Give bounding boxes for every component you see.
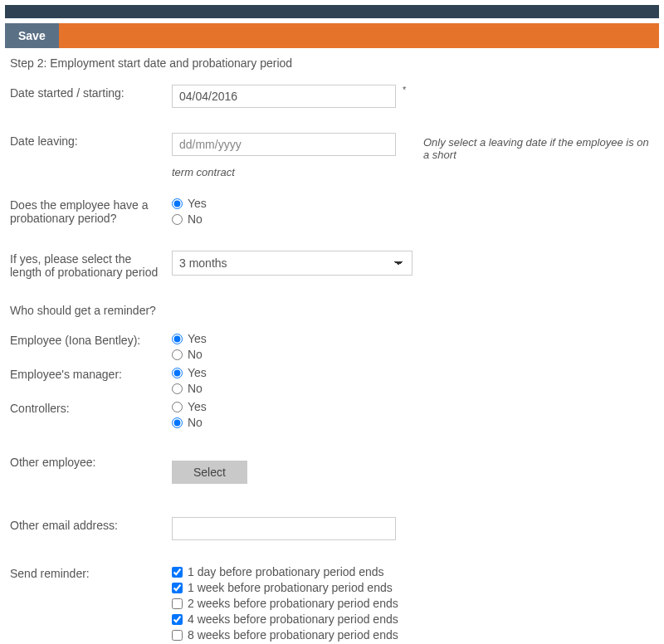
row-date-leaving: Date leaving: Only select a leaving date… [10, 133, 654, 161]
row-other-employee: Other employee: Select [10, 454, 654, 484]
row-date-started: Date started / starting: * [10, 85, 654, 108]
row-reminder-manager: Employee's manager: Yes No [10, 366, 654, 395]
probation-length-select[interactable]: 3 months [172, 251, 413, 276]
reminder-check-list: 1 day before probationary period ends1 w… [172, 565, 654, 644]
form-content: Step 2: Employment start date and probat… [0, 48, 664, 644]
probation-yes-radio[interactable] [172, 198, 183, 209]
reminder-manager-no-radio[interactable] [172, 383, 183, 394]
probation-no-label: No [188, 212, 203, 226]
reminder-checkbox[interactable] [172, 630, 183, 641]
step-heading: Step 2: Employment start date and probat… [10, 56, 654, 70]
reminder-check-label: 2 weeks before probationary period ends [188, 597, 398, 610]
reminder-check-label: 1 day before probationary period ends [188, 565, 384, 578]
reminder-check-item[interactable]: 1 week before probationary period ends [172, 581, 654, 594]
label-other-email: Other email address: [10, 517, 172, 532]
reminder-controllers-yes-radio[interactable] [172, 402, 183, 412]
reminder-employee-yes[interactable]: Yes [172, 332, 417, 345]
row-send-reminder: Send reminder: 1 day before probationary… [10, 565, 654, 644]
reminder-check-item[interactable]: 1 day before probationary period ends [172, 565, 654, 578]
reminder-employee-no-radio[interactable] [172, 349, 183, 360]
row-reminder-controllers: Controllers: Yes No [10, 400, 654, 429]
label-reminder-manager: Employee's manager: [10, 366, 172, 381]
select-other-employee-button[interactable]: Select [172, 461, 247, 484]
reminder-manager-yes-radio[interactable] [172, 368, 183, 378]
required-mark: * [399, 85, 406, 95]
reminder-check-item[interactable]: 2 weeks before probationary period ends [172, 597, 654, 610]
date-leaving-input[interactable] [172, 133, 396, 156]
reminder-manager-yes[interactable]: Yes [172, 366, 417, 379]
reminder-checkbox[interactable] [172, 614, 183, 625]
reminder-checkbox[interactable] [172, 583, 183, 593]
date-started-input[interactable] [172, 85, 396, 108]
label-send-reminder: Send reminder: [10, 565, 172, 580]
reminder-check-item[interactable]: 8 weeks before probationary period ends [172, 628, 654, 642]
reminder-controllers-yes[interactable]: Yes [172, 400, 417, 413]
top-bar [5, 5, 659, 18]
label-reminder-employee: Employee (Iona Bentley): [10, 332, 172, 347]
reminder-manager-no[interactable]: No [172, 382, 417, 395]
label-date-started: Date started / starting: [10, 85, 172, 100]
reminder-check-label: 1 week before probationary period ends [188, 581, 393, 594]
reminder-checkbox[interactable] [172, 567, 183, 578]
date-leaving-hint-inline: Only select a leaving date if the employ… [417, 133, 654, 161]
probation-no-radio[interactable] [172, 214, 183, 225]
row-other-email: Other email address: [10, 517, 654, 540]
reminder-check-label: 8 weeks before probationary period ends [188, 628, 398, 642]
reminder-employee-yes-radio[interactable] [172, 334, 183, 344]
label-other-employee: Other employee: [10, 454, 172, 469]
save-button[interactable]: Save [5, 23, 59, 48]
reminder-checkbox[interactable] [172, 598, 183, 609]
reminder-controllers-no[interactable]: No [172, 416, 417, 429]
row-probation-length: If yes, please select the length of prob… [10, 251, 654, 279]
label-reminder-controllers: Controllers: [10, 400, 172, 415]
other-email-input[interactable] [172, 517, 396, 540]
label-probation-has: Does the employee have a probationary pe… [10, 197, 172, 225]
label-probation-length: If yes, please select the length of prob… [10, 251, 172, 279]
label-date-leaving: Date leaving: [10, 133, 172, 148]
reminder-check-item[interactable]: 4 weeks before probationary period ends [172, 612, 654, 626]
probation-yes[interactable]: Yes [172, 197, 417, 210]
action-bar: Save [5, 23, 659, 48]
date-leaving-hint-under: term contract [172, 166, 654, 178]
probation-yes-label: Yes [188, 197, 207, 210]
probation-no[interactable]: No [172, 212, 417, 226]
reminder-who-heading: Who should get a reminder? [10, 304, 654, 317]
reminder-employee-no[interactable]: No [172, 348, 417, 361]
row-probation-has: Does the employee have a probationary pe… [10, 197, 654, 226]
row-reminder-employee: Employee (Iona Bentley): Yes No [10, 332, 654, 361]
reminder-controllers-no-radio[interactable] [172, 417, 183, 428]
reminder-check-label: 4 weeks before probationary period ends [188, 612, 398, 626]
